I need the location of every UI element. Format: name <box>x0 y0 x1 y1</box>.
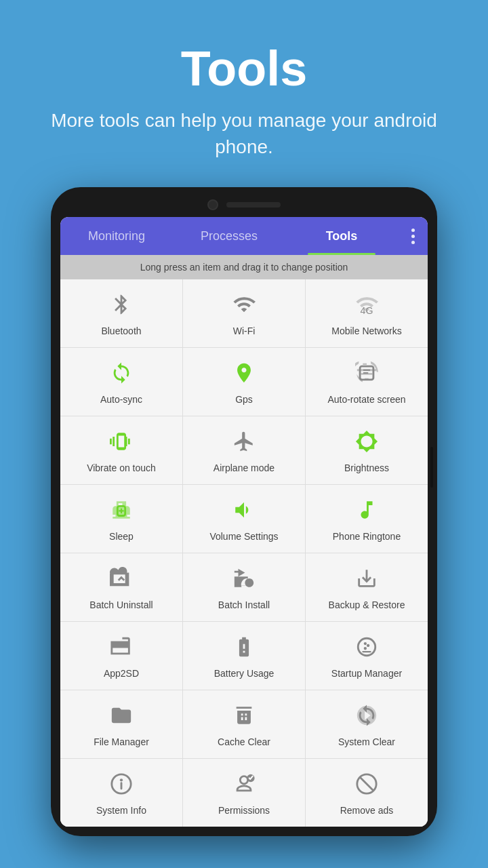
tool-startup-label: Startup Manager <box>331 667 402 679</box>
wifi-icon <box>232 293 256 319</box>
brightness-icon <box>355 430 378 456</box>
tool-autorotate-label: Auto-rotate screen <box>327 393 405 406</box>
system-clear-icon <box>355 704 378 730</box>
phone-notch <box>60 199 428 210</box>
tool-startup[interactable]: Startup Manager <box>306 622 428 690</box>
tool-vibrate[interactable]: Vibrate on touch <box>60 416 182 484</box>
app2sd-icon <box>110 635 133 662</box>
tool-vibrate-label: Vibrate on touch <box>87 462 156 474</box>
tool-airplane[interactable]: Airplane mode <box>183 416 305 484</box>
tool-file-manager[interactable]: File Manager <box>60 690 182 758</box>
startup-icon <box>355 635 378 662</box>
tool-wifi-label: Wi-Fi <box>233 325 256 337</box>
airplane-icon <box>232 430 256 456</box>
ringtone-icon <box>355 498 378 525</box>
volume-icon <box>232 498 256 525</box>
vibrate-icon <box>110 430 133 456</box>
battery-icon <box>232 635 256 662</box>
tool-permissions[interactable]: Permissions <box>183 759 305 827</box>
autosync-icon <box>110 361 133 388</box>
tool-gps-label: Gps <box>235 393 253 406</box>
tool-system-clear-label: System Clear <box>338 736 395 748</box>
tool-cache-clear[interactable]: Cache Clear <box>183 690 305 758</box>
tool-brightness[interactable]: Brightness <box>306 416 428 484</box>
tool-cache-clear-label: Cache Clear <box>218 736 270 748</box>
svg-text:4G: 4G <box>361 305 373 316</box>
tool-batch-uninstall-label: Batch Uninstall <box>89 599 152 611</box>
cache-clear-icon <box>232 704 256 730</box>
tab-tools[interactable]: Tools <box>285 217 398 255</box>
tool-batch-install-label: Batch Install <box>218 599 270 611</box>
tool-battery[interactable]: Battery Usage <box>183 622 305 690</box>
tool-gps[interactable]: Gps <box>183 348 305 416</box>
tool-backup-label: Backup & Restore <box>329 599 405 611</box>
header-section: Tools More tools can help you manage you… <box>0 0 488 180</box>
file-manager-icon <box>110 704 133 730</box>
gps-icon <box>232 361 256 388</box>
tool-volume-label: Volume Settings <box>209 530 278 542</box>
tool-batch-install[interactable]: Batch Install <box>183 553 305 621</box>
scrollbar <box>430 447 433 488</box>
phone-frame-wrapper: Monitoring Processes Tools <box>51 187 437 836</box>
tool-remove-ads[interactable]: Remove ads <box>306 759 428 827</box>
svg-line-10 <box>360 777 373 791</box>
tool-brightness-label: Brightness <box>344 462 389 474</box>
page-subtitle: More tools can help you manage your andr… <box>27 107 461 160</box>
svg-point-7 <box>240 776 247 783</box>
tool-remove-ads-label: Remove ads <box>340 804 394 816</box>
mobile-networks-icon: 4G <box>355 293 378 319</box>
tab-bar: Monitoring Processes Tools <box>60 217 428 255</box>
tool-app2sd[interactable]: App2SD <box>60 622 182 690</box>
tool-mobile-networks[interactable]: 4G Mobile Networks <box>306 279 428 347</box>
tool-permissions-label: Permissions <box>218 804 270 816</box>
tool-bluetooth[interactable]: Bluetooth <box>60 279 182 347</box>
tool-backup[interactable]: Backup & Restore <box>306 553 428 621</box>
backup-icon <box>355 567 378 593</box>
tab-processes[interactable]: Processes <box>173 217 285 255</box>
tool-bluetooth-label: Bluetooth <box>101 325 141 337</box>
system-info-icon <box>110 772 133 799</box>
tool-wifi[interactable]: Wi-Fi <box>183 279 305 347</box>
tool-system-info[interactable]: System Info <box>60 759 182 827</box>
tool-system-info-label: System Info <box>96 804 146 816</box>
permissions-icon <box>232 772 256 799</box>
camera-icon <box>207 199 218 210</box>
speaker <box>226 202 281 208</box>
tool-autosync-label: Auto-sync <box>100 393 142 406</box>
autorotate-icon <box>355 361 378 388</box>
phone-screen: Monitoring Processes Tools <box>60 217 428 827</box>
tool-ringtone-label: Phone Ringtone <box>333 530 401 542</box>
hint-bar: Long press an item and drag it to change… <box>60 255 428 279</box>
tool-mobile-networks-label: Mobile Networks <box>331 325 401 337</box>
menu-button[interactable] <box>398 217 428 255</box>
tool-sleep-label: Sleep <box>109 530 134 542</box>
tool-volume[interactable]: Volume Settings <box>183 485 305 553</box>
tool-sleep[interactable]: Sleep <box>60 485 182 553</box>
sleep-icon <box>110 498 133 525</box>
svg-point-3 <box>358 638 375 656</box>
bluetooth-icon <box>110 293 133 319</box>
batch-uninstall-icon <box>110 567 133 593</box>
tool-airplane-label: Airplane mode <box>214 462 274 474</box>
tool-system-clear[interactable]: System Clear <box>306 690 428 758</box>
tool-autosync[interactable]: Auto-sync <box>60 348 182 416</box>
tool-batch-uninstall[interactable]: Batch Uninstall <box>60 553 182 621</box>
tab-monitoring[interactable]: Monitoring <box>60 217 173 255</box>
tool-battery-label: Battery Usage <box>214 667 274 679</box>
tool-ringtone[interactable]: Phone Ringtone <box>306 485 428 553</box>
tool-app2sd-label: App2SD <box>104 667 139 679</box>
batch-install-icon <box>232 567 256 593</box>
tools-grid: Bluetooth Wi-Fi 4G Mobile Networks <box>60 279 428 827</box>
tool-file-manager-label: File Manager <box>94 736 149 748</box>
page-title: Tools <box>181 41 308 96</box>
phone-frame: Monitoring Processes Tools <box>51 187 437 836</box>
remove-ads-icon <box>355 772 378 799</box>
tool-autorotate[interactable]: Auto-rotate screen <box>306 348 428 416</box>
three-dots-icon <box>411 229 415 244</box>
